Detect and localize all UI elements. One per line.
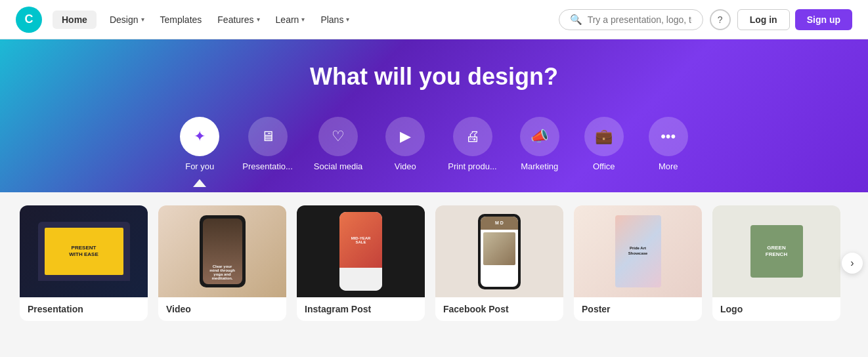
for-you-icon: ✦ [194,128,206,145]
features-nav-item[interactable]: Features ▾ [209,10,267,29]
scroll-right-button[interactable]: › [842,253,863,274]
signup-button[interactable]: Sign up [795,9,852,30]
hero-banner: What will you design? ✦ For you 🖥 Presen… [0,39,868,192]
more-label: More [659,161,678,171]
video-thumb-text: Clear yourmind throughyoga andmeditation… [209,264,235,280]
templates-nav-item[interactable]: Templates [152,10,210,29]
marketing-label: Marketing [521,161,558,171]
card-thumb-presentation: PRESENTWITH EASE [20,205,148,297]
card-label-video: Video [158,297,286,321]
card-poster[interactable]: Pride ArtShowcase Poster [574,205,702,321]
office-label: Office [593,161,615,171]
presentations-icon-circle: 🖥 [248,117,288,156]
print-label: Print produ... [448,161,496,171]
category-marketing[interactable]: 📣 Marketing [510,112,569,192]
cards-section: PRESENTWITH EASE Presentation Clear your… [0,192,868,334]
learn-chevron-icon: ▾ [301,16,305,23]
card-video[interactable]: Clear yourmind throughyoga andmeditation… [158,205,286,321]
presentations-label: Presentatio... [242,161,293,171]
print-icon-circle: 🖨 [453,117,492,156]
category-for-you[interactable]: ✦ For you [170,112,229,192]
search-input[interactable] [588,14,692,25]
plans-chevron-icon: ▾ [346,16,349,23]
active-indicator [193,179,206,187]
office-icon: 💼 [595,128,613,145]
card-label-poster: Poster [574,297,702,321]
presentations-icon: 🖥 [261,128,275,145]
logo-text: C [25,12,33,26]
for-you-label: For you [185,161,214,171]
home-nav-item[interactable]: Home [53,10,97,29]
features-chevron-icon: ▾ [257,16,260,23]
design-nav-item[interactable]: Design ▾ [102,10,152,29]
poster-thumb-text: Pride ArtShowcase [628,246,647,257]
video-icon-circle: ▶ [385,117,425,156]
card-thumb-instagram: MID-YEARSALE [297,205,425,297]
card-label-presentation: Presentation [20,297,148,321]
social-media-icon-circle: ♡ [318,117,358,156]
card-thumb-video: Clear yourmind throughyoga andmeditation… [158,205,286,297]
help-button[interactable]: ? [710,9,731,30]
card-label-facebook: Facebook Post [435,297,563,321]
search-bar[interactable]: 🔍 [559,9,703,30]
logo-thumb-text: GREENFRENCH [766,245,787,257]
card-presentation[interactable]: PRESENTWITH EASE Presentation [20,205,148,321]
category-presentations[interactable]: 🖥 Presentatio... [234,112,301,192]
card-thumb-facebook: M D [435,205,563,297]
search-icon: 🔍 [570,14,582,26]
video-icon: ▶ [400,128,411,145]
category-video[interactable]: ▶ Video [376,112,435,192]
card-instagram[interactable]: MID-YEARSALE Instagram Post [297,205,425,321]
category-more[interactable]: ••• More [639,112,698,192]
more-icon: ••• [661,128,676,145]
category-social-media[interactable]: ♡ Social media [306,112,370,192]
navbar: C Home Design ▾ Templates Features ▾ Lea… [0,0,868,39]
card-label-instagram: Instagram Post [297,297,425,321]
canva-logo[interactable]: C [16,7,42,33]
login-button[interactable]: Log in [737,9,790,30]
design-chevron-icon: ▾ [141,16,144,23]
marketing-icon: 📣 [531,128,548,145]
social-media-icon: ♡ [332,128,345,145]
category-print[interactable]: 🖨 Print produ... [440,112,504,192]
facebook-thumb-logo: M D [495,220,504,225]
marketing-icon-circle: 📣 [520,117,559,156]
presentation-thumb-text: PRESENTWITH EASE [45,228,123,275]
instagram-thumb-text: MID-YEARSALE [351,236,371,244]
social-media-label: Social media [314,161,362,171]
card-label-logo: Logo [712,297,840,321]
category-row: ✦ For you 🖥 Presentatio... ♡ Social medi… [0,112,868,192]
card-thumb-poster: Pride ArtShowcase [574,205,702,297]
for-you-icon-circle: ✦ [180,117,219,156]
card-logo[interactable]: GREENFRENCH Logo [712,205,840,321]
card-thumb-logo: GREENFRENCH [712,205,840,297]
office-icon-circle: 💼 [584,117,624,156]
learn-nav-item[interactable]: Learn ▾ [268,10,313,29]
print-icon: 🖨 [466,128,480,145]
hero-title: What will you design? [0,63,868,91]
card-facebook[interactable]: M D Facebook Post [435,205,563,321]
category-office[interactable]: 💼 Office [575,112,634,192]
more-icon-circle: ••• [649,117,688,156]
video-label: Video [395,161,416,171]
plans-nav-item[interactable]: Plans ▾ [313,10,357,29]
